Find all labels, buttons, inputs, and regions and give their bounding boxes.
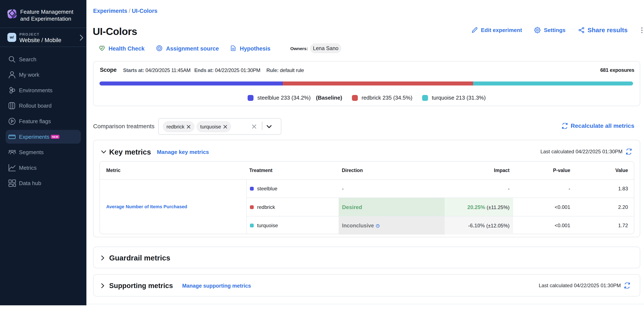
svg-text:?: ? [377,225,378,227]
